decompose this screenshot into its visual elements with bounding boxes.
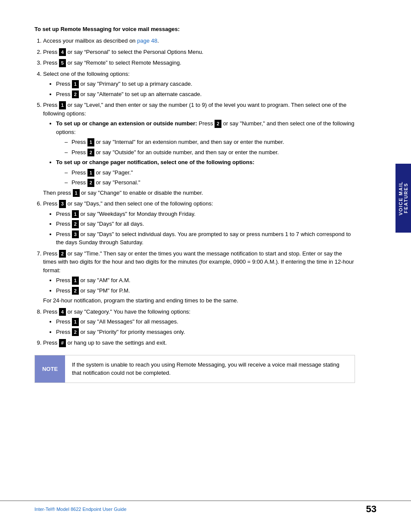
step4-key1: 1 bbox=[72, 80, 79, 88]
step8-bullet-1: Press 1 or say "All Messages" for all me… bbox=[56, 317, 355, 326]
step8-bullet-2: Press 2 or say "Priority" for priority m… bbox=[56, 328, 355, 336]
step-3: Press 5 or say “Remote” to select Remote… bbox=[43, 59, 355, 67]
step5-sub2-items: Press 1 or say "Pager." Press 2 or say "… bbox=[65, 168, 355, 187]
step6-key: 3 bbox=[59, 200, 66, 208]
step8-key: 4 bbox=[59, 308, 66, 316]
step2-after: or say “Personal” to select the Personal… bbox=[66, 49, 203, 55]
step-4: Select one of the following options: Pre… bbox=[43, 70, 355, 99]
step2-key: 4 bbox=[59, 48, 66, 56]
step5-bullets: To set up or change an extension or outs… bbox=[56, 119, 355, 187]
step6-key2: 2 bbox=[72, 220, 79, 228]
step5-sub1-key1: 1 bbox=[87, 138, 94, 146]
step5-sub1-key2: 2 bbox=[87, 149, 94, 157]
step6-key3: 3 bbox=[72, 230, 79, 239]
step5-sub1: To set up or change an extension or outs… bbox=[56, 119, 355, 156]
step6-bullets: Press 1 or say "Weekdays" for Monday thr… bbox=[56, 210, 355, 247]
step-5: Press 1 or say "Level," and then enter o… bbox=[43, 101, 355, 197]
step5-then-text: Then press bbox=[43, 190, 73, 196]
step5-then-key: 1 bbox=[73, 189, 80, 197]
step5-sub1-intro: To set up or change an extension or outs… bbox=[56, 120, 197, 127]
page: VOICE MAIL FEATURES To set up Remote Mes… bbox=[0, 0, 411, 532]
step4-text: Select one of the following options: bbox=[43, 71, 130, 77]
step4-bullet1-text: or say "Primary" to set up a primary cas… bbox=[79, 81, 193, 87]
step5-sub2-key2: 2 bbox=[87, 179, 94, 187]
step-9: Press # or hang up to save the settings … bbox=[43, 339, 355, 347]
step9-press: Press bbox=[43, 339, 59, 346]
step1-link[interactable]: page 48 bbox=[137, 37, 157, 44]
step4-key2: 2 bbox=[72, 90, 79, 99]
step-2: Press 4 or say “Personal” to select the … bbox=[43, 48, 355, 56]
main-content: To set up Remote Messaging for voice mai… bbox=[34, 26, 355, 383]
step-1: Access your mailbox as described on page… bbox=[43, 37, 355, 45]
step5-key: 1 bbox=[59, 101, 66, 109]
step7-key2: 2 bbox=[72, 287, 79, 295]
step5-sub1-items: Press 1 or say "Internal" for an extensi… bbox=[65, 138, 355, 156]
step4-bullet-2: Press 2 or say "Alternate" to set up an … bbox=[56, 90, 355, 99]
step6-bullet-2: Press 2 or say "Days" for all days. bbox=[56, 220, 355, 228]
step5-sub2-key1: 1 bbox=[87, 169, 94, 177]
sidebar-tab: VOICE MAIL FEATURES bbox=[395, 164, 411, 233]
step4-bullets: Press 1 or say "Primary" to set up a pri… bbox=[56, 80, 355, 98]
footer: Inter-Tel® Model 8622 Endpoint User Guid… bbox=[0, 501, 411, 515]
step5-then-after: or say "Change" to enable or disable the… bbox=[80, 190, 203, 196]
step7-key1: 1 bbox=[72, 277, 79, 285]
sidebar-label: VOICE MAIL FEATURES bbox=[398, 170, 408, 227]
step-6: Press 3 or say "Days," and then select o… bbox=[43, 199, 355, 247]
step2-text: Press bbox=[43, 49, 59, 55]
step-8: Press 4 or say "Category." You have the … bbox=[43, 308, 355, 336]
step4-bullet2-text: or say "Alternate" to set up an alternat… bbox=[79, 91, 202, 97]
step7-bullet-1: Press 1 or say "AM" for A.M. bbox=[56, 276, 355, 285]
step1-text: Access your mailbox as described on bbox=[43, 37, 137, 44]
note-content: If the system is unable to reach you usi… bbox=[65, 355, 355, 383]
note-label: NOTE bbox=[35, 355, 65, 383]
step5-sub2-item1: Press 1 or say "Pager." bbox=[65, 168, 355, 177]
step6-bullet-1: Press 1 or say "Weekdays" for Monday thr… bbox=[56, 210, 355, 218]
step-7: Press 2 or say "Time." Then say or enter… bbox=[43, 249, 355, 305]
note-box: NOTE If the system is unable to reach yo… bbox=[34, 355, 355, 383]
step4-bullet-1: Press 1 or say "Primary" to set up a pri… bbox=[56, 80, 355, 88]
step8-bullets: Press 1 or say "All Messages" for all me… bbox=[56, 317, 355, 336]
footer-page: 53 bbox=[366, 504, 377, 515]
step7-bullet-2: Press 2 or say "PM" for P.M. bbox=[56, 286, 355, 295]
step5-sub1-key: 2 bbox=[215, 120, 221, 128]
step3-key: 5 bbox=[59, 59, 66, 67]
footer-title: Inter-Tel® Model 8622 Endpoint User Guid… bbox=[34, 507, 127, 512]
step3-after: or say “Remote” to select Remote Messagi… bbox=[66, 59, 181, 66]
step5-sub1-item1: Press 1 or say "Internal" for an extensi… bbox=[65, 138, 355, 146]
step7-key: 2 bbox=[59, 250, 66, 258]
step3-text: Press bbox=[43, 59, 59, 66]
step5-sub2-intro: To set up or change pager notification, … bbox=[56, 159, 255, 165]
step6-key1: 1 bbox=[72, 210, 79, 218]
step1-after: . bbox=[157, 37, 159, 44]
step6-bullet-3: Press 3 or say "Days" to select individu… bbox=[56, 230, 355, 247]
step5-sub1-item2: Press 2 or say "Outside" for an outside … bbox=[65, 148, 355, 157]
step7-note: For 24-hour notification, program the st… bbox=[43, 297, 238, 304]
step9-key: # bbox=[59, 339, 66, 347]
steps-list: Access your mailbox as described on page… bbox=[43, 37, 355, 347]
step9-after: or hang up to save the settings and exit… bbox=[66, 339, 167, 346]
step5-sub2-item2: Press 2 or say "Personal." bbox=[65, 178, 355, 187]
step5-sub2: To set up or change pager notification, … bbox=[56, 158, 355, 187]
step8-key1: 1 bbox=[72, 318, 79, 326]
section-heading: To set up Remote Messaging for voice mai… bbox=[34, 26, 355, 32]
step7-bullets: Press 1 or say "AM" for A.M. Press 2 or … bbox=[56, 276, 355, 295]
step8-key2: 2 bbox=[72, 328, 79, 336]
